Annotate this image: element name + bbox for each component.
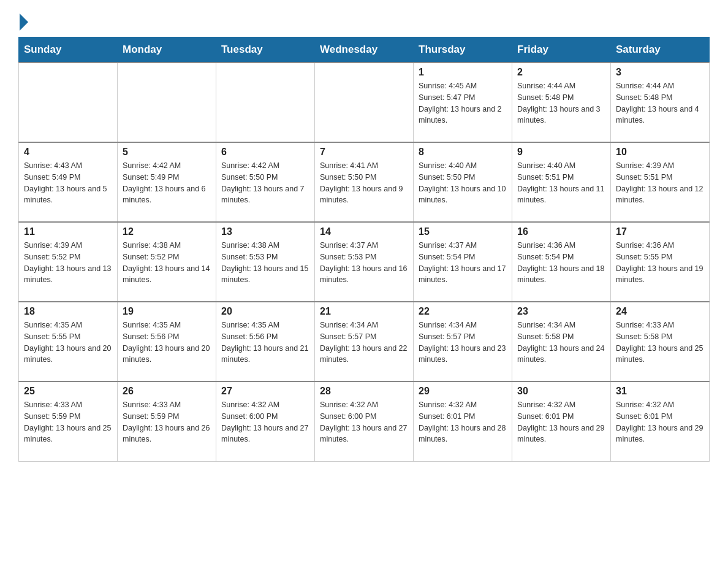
day-info: Sunrise: 4:40 AMSunset: 5:51 PMDaylight:… xyxy=(517,160,605,206)
calendar-cell: 26Sunrise: 4:33 AMSunset: 5:59 PMDayligh… xyxy=(118,381,216,461)
weekday-header-wednesday: Wednesday xyxy=(315,37,414,63)
calendar-cell xyxy=(118,63,216,142)
calendar-cell: 21Sunrise: 4:34 AMSunset: 5:57 PMDayligh… xyxy=(315,302,414,381)
day-info: Sunrise: 4:38 AMSunset: 5:52 PMDaylight:… xyxy=(123,240,211,286)
calendar-cell: 23Sunrise: 4:34 AMSunset: 5:58 PMDayligh… xyxy=(512,302,611,381)
day-number: 9 xyxy=(517,147,605,158)
day-number: 11 xyxy=(24,226,112,237)
day-number: 22 xyxy=(419,306,507,317)
day-info: Sunrise: 4:34 AMSunset: 5:57 PMDaylight:… xyxy=(419,320,507,366)
calendar-cell: 9Sunrise: 4:40 AMSunset: 5:51 PMDaylight… xyxy=(512,142,611,222)
calendar-week-row: 1Sunrise: 4:45 AMSunset: 5:47 PMDaylight… xyxy=(19,63,710,142)
day-info: Sunrise: 4:37 AMSunset: 5:54 PMDaylight:… xyxy=(419,240,507,286)
day-info: Sunrise: 4:34 AMSunset: 5:57 PMDaylight:… xyxy=(320,320,408,366)
calendar-cell xyxy=(315,63,414,142)
calendar-week-row: 25Sunrise: 4:33 AMSunset: 5:59 PMDayligh… xyxy=(19,381,710,461)
day-info: Sunrise: 4:38 AMSunset: 5:53 PMDaylight:… xyxy=(221,240,309,286)
calendar-cell: 8Sunrise: 4:40 AMSunset: 5:50 PMDaylight… xyxy=(414,142,512,222)
day-info: Sunrise: 4:39 AMSunset: 5:51 PMDaylight:… xyxy=(616,160,704,206)
day-number: 10 xyxy=(616,147,704,158)
calendar-cell: 28Sunrise: 4:32 AMSunset: 6:00 PMDayligh… xyxy=(315,381,414,461)
day-info: Sunrise: 4:42 AMSunset: 5:49 PMDaylight:… xyxy=(123,160,211,206)
page-header xyxy=(18,12,710,31)
day-number: 14 xyxy=(320,226,408,237)
day-info: Sunrise: 4:32 AMSunset: 6:00 PMDaylight:… xyxy=(320,399,408,445)
day-info: Sunrise: 4:35 AMSunset: 5:55 PMDaylight:… xyxy=(24,320,112,366)
calendar-cell: 13Sunrise: 4:38 AMSunset: 5:53 PMDayligh… xyxy=(216,222,315,302)
day-number: 4 xyxy=(24,147,112,158)
day-info: Sunrise: 4:42 AMSunset: 5:50 PMDaylight:… xyxy=(221,160,309,206)
calendar-cell: 15Sunrise: 4:37 AMSunset: 5:54 PMDayligh… xyxy=(414,222,512,302)
day-number: 3 xyxy=(616,67,704,78)
calendar-cell: 18Sunrise: 4:35 AMSunset: 5:55 PMDayligh… xyxy=(19,302,118,381)
day-number: 7 xyxy=(320,147,408,158)
calendar-cell: 16Sunrise: 4:36 AMSunset: 5:54 PMDayligh… xyxy=(512,222,611,302)
day-info: Sunrise: 4:32 AMSunset: 6:01 PMDaylight:… xyxy=(419,399,507,445)
day-number: 2 xyxy=(517,67,605,78)
calendar-cell: 12Sunrise: 4:38 AMSunset: 5:52 PMDayligh… xyxy=(118,222,216,302)
day-info: Sunrise: 4:35 AMSunset: 5:56 PMDaylight:… xyxy=(123,320,211,366)
calendar-cell: 10Sunrise: 4:39 AMSunset: 5:51 PMDayligh… xyxy=(611,142,710,222)
calendar-cell: 30Sunrise: 4:32 AMSunset: 6:01 PMDayligh… xyxy=(512,381,611,461)
day-info: Sunrise: 4:45 AMSunset: 5:47 PMDaylight:… xyxy=(419,80,507,126)
day-info: Sunrise: 4:43 AMSunset: 5:49 PMDaylight:… xyxy=(24,160,112,206)
day-number: 21 xyxy=(320,306,408,317)
calendar-cell: 25Sunrise: 4:33 AMSunset: 5:59 PMDayligh… xyxy=(19,381,118,461)
day-number: 23 xyxy=(517,306,605,317)
calendar-cell: 11Sunrise: 4:39 AMSunset: 5:52 PMDayligh… xyxy=(19,222,118,302)
day-number: 27 xyxy=(221,386,309,397)
calendar-cell xyxy=(216,63,315,142)
calendar-cell: 31Sunrise: 4:32 AMSunset: 6:01 PMDayligh… xyxy=(611,381,710,461)
day-number: 12 xyxy=(123,226,211,237)
calendar-cell: 27Sunrise: 4:32 AMSunset: 6:00 PMDayligh… xyxy=(216,381,315,461)
calendar-week-row: 18Sunrise: 4:35 AMSunset: 5:55 PMDayligh… xyxy=(19,302,710,381)
day-number: 30 xyxy=(517,386,605,397)
day-info: Sunrise: 4:36 AMSunset: 5:55 PMDaylight:… xyxy=(616,240,704,286)
weekday-header-monday: Monday xyxy=(118,37,216,63)
day-info: Sunrise: 4:32 AMSunset: 6:01 PMDaylight:… xyxy=(616,399,704,445)
calendar-week-row: 4Sunrise: 4:43 AMSunset: 5:49 PMDaylight… xyxy=(19,142,710,222)
calendar-cell: 29Sunrise: 4:32 AMSunset: 6:01 PMDayligh… xyxy=(414,381,512,461)
calendar-cell: 5Sunrise: 4:42 AMSunset: 5:49 PMDaylight… xyxy=(118,142,216,222)
calendar-cell: 3Sunrise: 4:44 AMSunset: 5:48 PMDaylight… xyxy=(611,63,710,142)
calendar-cell: 2Sunrise: 4:44 AMSunset: 5:48 PMDaylight… xyxy=(512,63,611,142)
day-info: Sunrise: 4:41 AMSunset: 5:50 PMDaylight:… xyxy=(320,160,408,206)
day-info: Sunrise: 4:44 AMSunset: 5:48 PMDaylight:… xyxy=(616,80,704,126)
day-number: 25 xyxy=(24,386,112,397)
day-info: Sunrise: 4:36 AMSunset: 5:54 PMDaylight:… xyxy=(517,240,605,286)
day-number: 17 xyxy=(616,226,704,237)
day-number: 19 xyxy=(123,306,211,317)
weekday-header-row: SundayMondayTuesdayWednesdayThursdayFrid… xyxy=(19,37,710,63)
calendar-cell: 17Sunrise: 4:36 AMSunset: 5:55 PMDayligh… xyxy=(611,222,710,302)
calendar-cell: 24Sunrise: 4:33 AMSunset: 5:58 PMDayligh… xyxy=(611,302,710,381)
day-number: 15 xyxy=(419,226,507,237)
day-number: 13 xyxy=(221,226,309,237)
day-info: Sunrise: 4:40 AMSunset: 5:50 PMDaylight:… xyxy=(419,160,507,206)
day-info: Sunrise: 4:34 AMSunset: 5:58 PMDaylight:… xyxy=(517,320,605,366)
calendar-cell: 1Sunrise: 4:45 AMSunset: 5:47 PMDaylight… xyxy=(414,63,512,142)
weekday-header-saturday: Saturday xyxy=(611,37,710,63)
calendar-cell: 14Sunrise: 4:37 AMSunset: 5:53 PMDayligh… xyxy=(315,222,414,302)
day-number: 18 xyxy=(24,306,112,317)
day-info: Sunrise: 4:32 AMSunset: 6:01 PMDaylight:… xyxy=(517,399,605,445)
calendar-cell: 19Sunrise: 4:35 AMSunset: 5:56 PMDayligh… xyxy=(118,302,216,381)
calendar-cell xyxy=(19,63,118,142)
weekday-header-thursday: Thursday xyxy=(414,37,512,63)
day-info: Sunrise: 4:39 AMSunset: 5:52 PMDaylight:… xyxy=(24,240,112,286)
day-info: Sunrise: 4:33 AMSunset: 5:58 PMDaylight:… xyxy=(616,320,704,366)
calendar-cell: 22Sunrise: 4:34 AMSunset: 5:57 PMDayligh… xyxy=(414,302,512,381)
calendar-cell: 4Sunrise: 4:43 AMSunset: 5:49 PMDaylight… xyxy=(19,142,118,222)
logo xyxy=(18,12,28,31)
day-number: 24 xyxy=(616,306,704,317)
weekday-header-sunday: Sunday xyxy=(19,37,118,63)
day-info: Sunrise: 4:37 AMSunset: 5:53 PMDaylight:… xyxy=(320,240,408,286)
day-number: 16 xyxy=(517,226,605,237)
weekday-header-friday: Friday xyxy=(512,37,611,63)
day-info: Sunrise: 4:33 AMSunset: 5:59 PMDaylight:… xyxy=(123,399,211,445)
calendar-cell: 6Sunrise: 4:42 AMSunset: 5:50 PMDaylight… xyxy=(216,142,315,222)
day-number: 31 xyxy=(616,386,704,397)
day-number: 8 xyxy=(419,147,507,158)
day-info: Sunrise: 4:32 AMSunset: 6:00 PMDaylight:… xyxy=(221,399,309,445)
day-number: 28 xyxy=(320,386,408,397)
day-info: Sunrise: 4:35 AMSunset: 5:56 PMDaylight:… xyxy=(221,320,309,366)
